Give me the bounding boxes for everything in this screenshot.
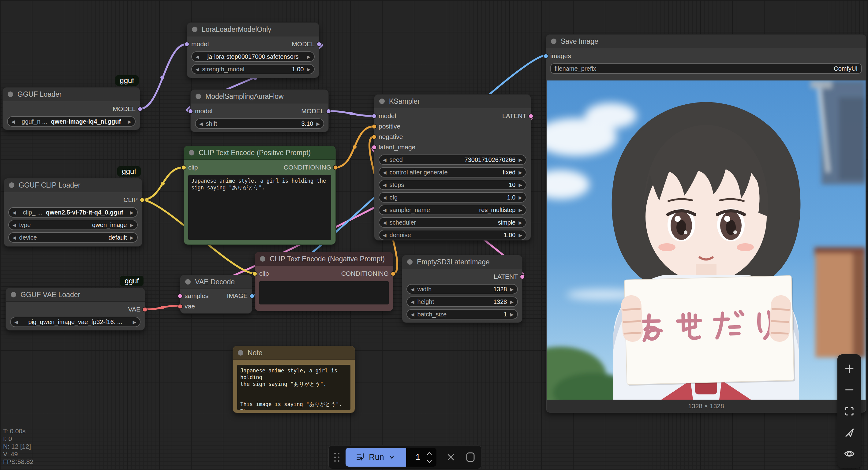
count-up-down-icons[interactable]: [426, 450, 433, 465]
model-input-port[interactable]: [184, 42, 189, 47]
vae-name-widget[interactable]: ◀ pig_qwen_image_vae_fp32-f16. ... ▶: [10, 317, 141, 327]
widget-right-arrow[interactable]: ▶: [519, 183, 522, 187]
generated-image-preview[interactable]: あ世だり: [547, 81, 866, 400]
widget-right-arrow[interactable]: ▶: [519, 195, 522, 200]
node-clip-text-encode-negative[interactable]: CLIP Text Encode (Negative Prompt) clip …: [255, 252, 393, 311]
control-after-generate-widget[interactable]: ◀ control after generatefixed ▶: [379, 167, 526, 178]
widget-right-arrow[interactable]: ▶: [130, 210, 133, 215]
widget-left-arrow[interactable]: ◀: [195, 55, 199, 59]
clip-input-port[interactable]: [252, 271, 257, 276]
gguf-name-widget[interactable]: ◀ gguf_n ... qwen-image-iq4_nl.gguf ▶: [7, 116, 135, 127]
widget-left-arrow[interactable]: ◀: [12, 235, 16, 240]
positive-input-port[interactable]: [372, 124, 377, 129]
latent-image-input-port[interactable]: [372, 145, 377, 150]
widget-left-arrow[interactable]: ◀: [383, 208, 386, 212]
images-input-port[interactable]: [543, 54, 549, 59]
run-button[interactable]: Run: [345, 448, 406, 467]
vae-output-port[interactable]: [142, 307, 148, 312]
model-input-port[interactable]: [372, 114, 377, 119]
negative-input-port[interactable]: [372, 134, 377, 139]
node-header[interactable]: EmptySD3LatentImage: [402, 255, 522, 269]
toolbar-drag-handle[interactable]: [334, 453, 339, 462]
sampler-name-widget[interactable]: ◀ sampler_nameres_multistep ▶: [379, 205, 526, 215]
node-header[interactable]: Note: [233, 346, 355, 360]
batch-count-stepper[interactable]: 1: [406, 448, 436, 467]
widget-left-arrow[interactable]: ◀: [12, 223, 16, 227]
clip-input-port[interactable]: [181, 165, 186, 170]
model-output-port[interactable]: [326, 108, 331, 114]
node-vae-decode[interactable]: VAE Decode samples IMAGE vae: [180, 275, 252, 314]
pan-navigate-icon[interactable]: [843, 427, 856, 439]
latent-output-port[interactable]: [528, 114, 533, 119]
note-textarea[interactable]: Japanese anime style, a girl is holding …: [237, 365, 350, 410]
clip-output-port[interactable]: [140, 197, 145, 202]
widget-right-arrow[interactable]: ▶: [307, 55, 310, 59]
positive-prompt-textarea[interactable]: Japanese anime style, a girl is holding …: [188, 175, 331, 240]
node-canvas[interactable]: gguf GGUF Loader MODEL ◀ gguf_n ... qwen…: [0, 0, 868, 470]
type-widget[interactable]: ◀ type qwen_image ▶: [8, 220, 138, 230]
node-header[interactable]: KSampler: [374, 95, 531, 108]
shift-widget[interactable]: ◀ shift 3.10 ▶: [195, 118, 324, 129]
widget-left-arrow[interactable]: ◀: [383, 220, 386, 225]
widget-right-arrow[interactable]: ▶: [128, 119, 131, 124]
widget-left-arrow[interactable]: ◀: [383, 170, 386, 175]
widget-left-arrow[interactable]: ◀: [199, 122, 203, 126]
strength-model-widget[interactable]: ◀ strength_model 1.00 ▶: [191, 64, 315, 74]
batch-size-widget[interactable]: ◀ batch_size1 ▶: [406, 309, 518, 319]
widget-right-arrow[interactable]: ▶: [519, 158, 522, 162]
widget-left-arrow[interactable]: ◀: [14, 320, 18, 324]
node-ksampler[interactable]: KSampler model LATENT positive negative …: [374, 94, 531, 241]
cancel-run-button[interactable]: [446, 452, 456, 462]
node-header[interactable]: GGUF CLIP Loader: [4, 178, 142, 192]
model-input-port[interactable]: [188, 108, 193, 114]
node-lora-loader[interactable]: LoraLoaderModelOnly model MODEL ◀ ja-lor…: [187, 22, 319, 78]
steps-widget[interactable]: ◀ steps10 ▶: [379, 180, 526, 190]
node-header[interactable]: CLIP Text Encode (Negative Prompt): [255, 252, 393, 266]
image-output-port[interactable]: [249, 293, 255, 299]
node-header[interactable]: ModelSamplingAuraFlow: [191, 90, 329, 103]
widget-right-arrow[interactable]: ▶: [519, 170, 522, 175]
node-empty-sd3-latent-image[interactable]: EmptySD3LatentImage LATENT ◀ width1328 ▶…: [402, 255, 523, 323]
clip-name-widget[interactable]: ◀ clip_ ... qwen2.5-vl-7b-it-q4_0.gguf ▶: [8, 207, 138, 218]
model-output-port[interactable]: [316, 42, 322, 47]
zoom-in-icon[interactable]: [843, 363, 856, 375]
device-widget[interactable]: ◀ device default ▶: [8, 232, 138, 243]
widget-left-arrow[interactable]: ◀: [411, 287, 414, 292]
node-clip-text-encode-positive[interactable]: CLIP Text Encode (Positive Prompt) clip …: [184, 146, 336, 245]
stop-button[interactable]: [465, 452, 476, 463]
cfg-widget[interactable]: ◀ cfg1.0 ▶: [379, 192, 526, 202]
scheduler-widget[interactable]: ◀ schedulersimple ▶: [379, 217, 526, 228]
zoom-out-icon[interactable]: [843, 384, 856, 396]
node-header[interactable]: LoraLoaderModelOnly: [187, 23, 319, 36]
widget-left-arrow[interactable]: ◀: [383, 195, 386, 200]
widget-left-arrow[interactable]: ◀: [383, 183, 386, 187]
chevron-down-icon[interactable]: [388, 453, 396, 461]
node-save-image[interactable]: Save Image images filename_prefixComfyUI: [546, 34, 866, 413]
node-model-sampling-auraflow[interactable]: ModelSamplingAuraFlow model MODEL ◀ shif…: [190, 89, 329, 132]
widget-left-arrow[interactable]: ◀: [383, 158, 386, 162]
widget-right-arrow[interactable]: ▶: [130, 235, 133, 240]
widget-left-arrow[interactable]: ◀: [11, 119, 15, 124]
filename-prefix-widget[interactable]: filename_prefixComfyUI: [550, 63, 862, 74]
fit-view-icon[interactable]: [843, 405, 856, 417]
widget-right-arrow[interactable]: ▶: [316, 122, 320, 126]
widget-right-arrow[interactable]: ▶: [519, 220, 522, 225]
node-header[interactable]: VAE Decode: [180, 275, 252, 289]
lora-name-widget[interactable]: ◀ ja-lora-step00017000.safetensors ▶: [191, 52, 315, 62]
widget-left-arrow[interactable]: ◀: [12, 210, 16, 215]
widget-right-arrow[interactable]: ▶: [510, 300, 514, 304]
widget-right-arrow[interactable]: ▶: [130, 223, 133, 227]
widget-right-arrow[interactable]: ▶: [519, 208, 522, 212]
eye-visibility-icon[interactable]: [843, 448, 856, 460]
widget-right-arrow[interactable]: ▶: [510, 312, 514, 317]
latent-output-port[interactable]: [520, 274, 525, 279]
widget-left-arrow[interactable]: ◀: [411, 312, 414, 317]
widget-right-arrow[interactable]: ▶: [519, 233, 522, 238]
node-header[interactable]: Save Image: [546, 35, 866, 48]
width-widget[interactable]: ◀ width1328 ▶: [406, 284, 518, 294]
node-header[interactable]: CLIP Text Encode (Positive Prompt): [184, 146, 336, 160]
conditioning-output-port[interactable]: [333, 165, 338, 170]
widget-left-arrow[interactable]: ◀: [195, 67, 199, 72]
node-header[interactable]: GGUF Loader: [3, 88, 140, 101]
widget-left-arrow[interactable]: ◀: [383, 233, 386, 238]
